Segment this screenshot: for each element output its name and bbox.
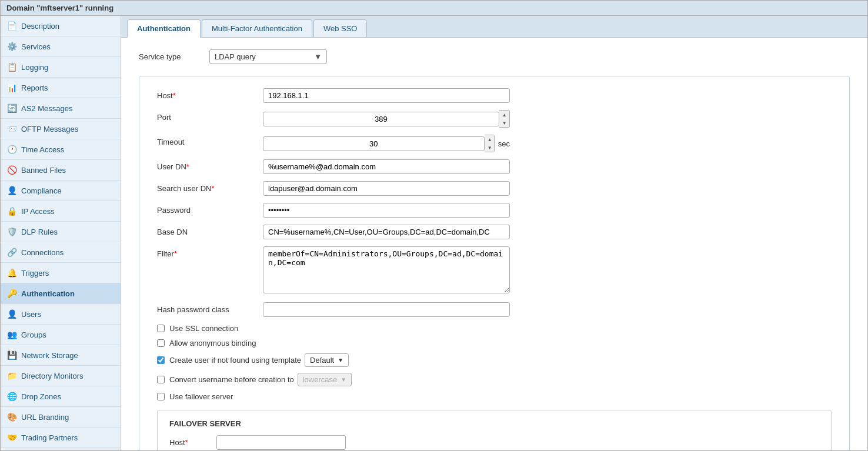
convert-username-checkbox[interactable] xyxy=(157,376,165,383)
tab-authentication[interactable]: Authentication xyxy=(127,19,201,38)
sidebar-label-services: Services xyxy=(21,42,51,51)
host-label: Host* xyxy=(157,88,263,100)
port-input[interactable] xyxy=(263,112,499,126)
tab-mfa[interactable]: Multi-Factor Authentication xyxy=(202,19,312,37)
failover-host-input[interactable] xyxy=(216,435,346,450)
convert-username-select[interactable]: lowercase ▼ xyxy=(298,373,352,386)
sidebar-item-as2-messages[interactable]: 🔄AS2 Messages xyxy=(1,98,121,119)
sidebar-label-groups: Groups xyxy=(21,330,46,339)
directory-monitors-icon: 📁 xyxy=(6,370,17,381)
timeout-label: Timeout xyxy=(157,135,263,146)
sidebar-label-ip-access: IP Access xyxy=(21,207,55,216)
search-userdn-label: Search user DN* xyxy=(157,181,263,193)
use-ssl-label[interactable]: Use SSL connection xyxy=(169,324,238,333)
sidebar-item-time-access[interactable]: 🕐Time Access xyxy=(1,139,121,160)
convert-username-row: Convert username before creation to lowe… xyxy=(157,373,832,386)
tabs-bar: AuthenticationMulti-Factor Authenticatio… xyxy=(121,16,867,38)
sidebar-item-reports[interactable]: 📊Reports xyxy=(1,78,121,98)
create-user-template-select[interactable]: Default ▼ xyxy=(305,353,349,367)
network-storage-icon: 💾 xyxy=(6,350,17,360)
password-input[interactable] xyxy=(263,203,510,218)
create-user-checkbox[interactable] xyxy=(157,356,165,364)
sidebar-item-compliance[interactable]: 👤Compliance xyxy=(1,181,121,201)
failover-host-row: Host* xyxy=(169,435,819,450)
form-panel: Host* Port ▲ xyxy=(139,76,850,450)
service-type-value: LDAP query xyxy=(215,52,256,61)
basedn-label: Base DN xyxy=(157,225,263,236)
triggers-icon: 🔔 xyxy=(6,268,17,278)
failover-title: FAILOVER SERVER xyxy=(169,419,819,428)
services-icon: ⚙️ xyxy=(6,41,17,52)
hash-password-control xyxy=(263,302,510,317)
sidebar-item-directory-monitors[interactable]: 📁Directory Monitors xyxy=(1,366,121,386)
sidebar-label-dlp-rules: DLP Rules xyxy=(21,228,58,236)
sidebar-label-compliance: Compliance xyxy=(21,186,62,195)
timeout-spinner: ▲ ▼ sec xyxy=(263,135,510,152)
drop-zones-icon: 🌐 xyxy=(6,391,17,402)
create-user-label[interactable]: Create user if not found using template xyxy=(169,356,301,365)
convert-username-label[interactable]: Convert username before creation to xyxy=(169,375,294,384)
filter-label: Filter* xyxy=(157,246,263,258)
sidebar-label-users: Users xyxy=(21,310,41,319)
create-user-dropdown-icon: ▼ xyxy=(338,357,343,363)
allow-anonymous-label[interactable]: Allow anonymous binding xyxy=(169,339,256,348)
port-up-button[interactable]: ▲ xyxy=(499,111,510,119)
timeout-spinner-buttons: ▲ ▼ xyxy=(485,135,495,152)
host-control xyxy=(263,88,510,103)
timeout-up-button[interactable]: ▲ xyxy=(485,135,495,143)
hash-password-input[interactable] xyxy=(263,302,510,317)
main-area: 📄Description⚙️Services📋Logging📊Reports🔄A… xyxy=(1,16,867,450)
authentication-icon: 🔑 xyxy=(6,288,17,299)
sidebar-item-triggers[interactable]: 🔔Triggers xyxy=(1,263,121,283)
sidebar-item-ip-access[interactable]: 🔒IP Access xyxy=(1,201,121,222)
sidebar-item-services[interactable]: ⚙️Services xyxy=(1,36,121,57)
sidebar-label-description: Description xyxy=(21,22,59,31)
host-input[interactable] xyxy=(263,88,510,103)
oftp-messages-icon: 📨 xyxy=(6,123,17,134)
filter-row: Filter* memberOf=CN=Administrators,OU=Gr… xyxy=(157,246,832,295)
use-failover-checkbox[interactable] xyxy=(157,393,165,400)
sidebar-item-banned-files[interactable]: 🚫Banned Files xyxy=(1,160,121,181)
users-icon: 👤 xyxy=(6,309,17,319)
sidebar-item-authentication[interactable]: 🔑Authentication xyxy=(1,283,121,304)
app-window: Domain "mftserver1" running 📄Description… xyxy=(0,0,868,451)
port-spinner: ▲ ▼ xyxy=(263,110,510,128)
trading-partners-icon: 🤝 xyxy=(6,432,17,443)
timeout-input[interactable] xyxy=(263,136,485,151)
search-userdn-input[interactable] xyxy=(263,181,510,196)
filter-textarea[interactable]: memberOf=CN=Administrators,OU=Groups,DC=… xyxy=(263,246,510,293)
sidebar-item-groups[interactable]: 👥Groups xyxy=(1,325,121,345)
title-bar: Domain "mftserver1" running xyxy=(1,1,867,16)
timeout-unit: sec xyxy=(498,139,510,148)
timeout-down-button[interactable]: ▼ xyxy=(485,143,495,152)
use-ssl-row: Use SSL connection xyxy=(157,324,832,333)
use-ssl-checkbox[interactable] xyxy=(157,325,165,332)
service-type-select[interactable]: LDAP query ▼ xyxy=(209,49,327,64)
search-userdn-row: Search user DN* xyxy=(157,181,832,196)
sidebar-label-time-access: Time Access xyxy=(21,145,64,154)
sidebar-item-url-branding[interactable]: 🎨URL Branding xyxy=(1,407,121,427)
sidebar-item-trading-partners[interactable]: 🤝Trading Partners xyxy=(1,427,121,448)
sidebar-item-network-storage[interactable]: 💾Network Storage xyxy=(1,345,121,366)
use-failover-label[interactable]: Use failover server xyxy=(169,392,233,401)
sidebar-item-users[interactable]: 👤Users xyxy=(1,304,121,325)
failover-section: FAILOVER SERVER Host* Port xyxy=(157,410,832,450)
port-down-button[interactable]: ▼ xyxy=(499,119,510,127)
tab-web-sso[interactable]: Web SSO xyxy=(313,19,368,37)
allow-anonymous-checkbox[interactable] xyxy=(157,339,165,347)
sidebar-item-drop-zones[interactable]: 🌐Drop Zones xyxy=(1,386,121,407)
title-text: Domain "mftserver1" running xyxy=(6,4,113,12)
sidebar-item-description[interactable]: 📄Description xyxy=(1,16,121,36)
port-row: Port ▲ ▼ xyxy=(157,110,832,128)
userdn-input[interactable] xyxy=(263,159,510,174)
sidebar-item-oftp-messages[interactable]: 📨OFTP Messages xyxy=(1,119,121,139)
sidebar-label-reports: Reports xyxy=(21,83,48,92)
allow-anonymous-row: Allow anonymous binding xyxy=(157,339,832,348)
sidebar-label-trading-partners: Trading Partners xyxy=(21,433,78,442)
sidebar-item-logging[interactable]: 📋Logging xyxy=(1,57,121,78)
basedn-input[interactable] xyxy=(263,225,510,239)
sidebar-label-url-branding: URL Branding xyxy=(21,413,69,422)
sidebar-item-connections[interactable]: 🔗Connections xyxy=(1,242,121,263)
sidebar-item-dlp-rules[interactable]: 🛡️DLP Rules xyxy=(1,222,121,242)
ip-access-icon: 🔒 xyxy=(6,206,17,216)
